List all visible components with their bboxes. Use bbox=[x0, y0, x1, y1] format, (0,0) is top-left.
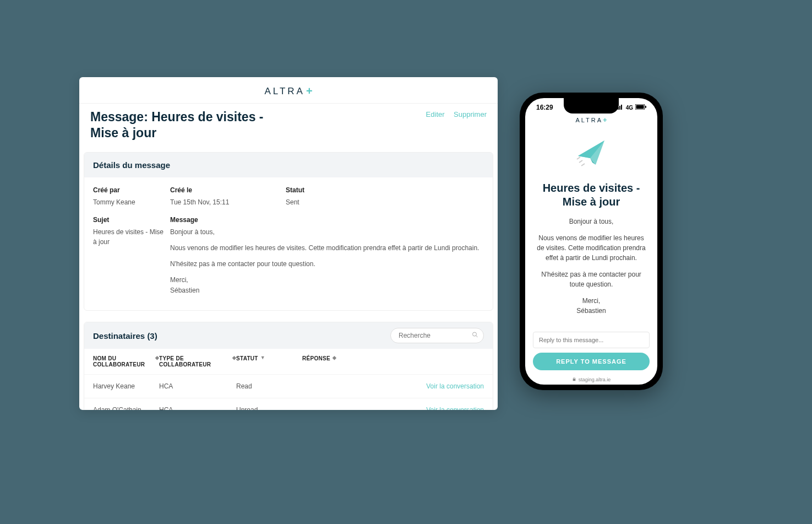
col-status[interactable]: STATUT▼ bbox=[236, 355, 302, 368]
phone-message-title: Heures de visites - Mise à jour bbox=[534, 181, 648, 209]
subject-value: Heures de visites - Mise à jour bbox=[93, 227, 165, 247]
col-name[interactable]: NOM DU COLLABORATEUR◆ bbox=[93, 355, 159, 368]
phone-notch bbox=[564, 98, 619, 114]
svg-rect-5 bbox=[621, 105, 622, 110]
page-actions: Editer Supprimer bbox=[419, 109, 487, 119]
created-on-value: Tue 15th Nov, 15:11 bbox=[170, 197, 280, 207]
svg-line-10 bbox=[579, 160, 582, 163]
message-body: Bonjour à tous, Nous venons de modifier … bbox=[170, 227, 484, 296]
plus-icon: + bbox=[603, 116, 607, 124]
cell-name: Adam O'Cathain bbox=[93, 406, 159, 410]
cell-status: Read bbox=[236, 382, 302, 390]
recipients-title: Destinataires (3) bbox=[93, 331, 157, 341]
network-label: 4G bbox=[626, 105, 633, 111]
search-icon bbox=[472, 332, 478, 340]
svg-line-9 bbox=[577, 157, 580, 159]
subject-row: Sujet Heures de visites - Mise à jour Me… bbox=[84, 216, 493, 311]
created-by-label: Créé par bbox=[93, 186, 165, 194]
svg-line-1 bbox=[476, 336, 478, 337]
phone-msg-line: Bonjour à tous, bbox=[534, 217, 648, 226]
msg-line: Sébastien bbox=[170, 285, 484, 296]
search-input[interactable] bbox=[390, 328, 484, 343]
msg-line: Bonjour à tous, bbox=[170, 227, 484, 237]
recipients-card: Destinataires (3) NOM DU COLLABORATEUR◆ … bbox=[84, 322, 493, 410]
phone-msg-line: Sébastien bbox=[534, 306, 648, 316]
message-label: Message bbox=[170, 216, 484, 224]
delete-link[interactable]: Supprimer bbox=[454, 110, 487, 118]
battery-icon bbox=[635, 104, 646, 111]
lock-icon bbox=[572, 377, 576, 382]
col-response[interactable]: RÉPONSE◆ bbox=[302, 355, 368, 368]
page-title: Message: Heures de visites - Mise à jour bbox=[90, 109, 288, 141]
cell-type: HCA bbox=[159, 382, 236, 390]
sort-icon: ◆ bbox=[333, 355, 336, 360]
created-on-label: Créé le bbox=[170, 186, 280, 194]
subject-label: Sujet bbox=[93, 216, 165, 224]
recipients-header: Destinataires (3) bbox=[84, 322, 493, 349]
view-conversation-link[interactable]: Voir la conversation bbox=[368, 406, 484, 410]
cell-name: Harvey Keane bbox=[93, 382, 159, 390]
svg-rect-8 bbox=[645, 106, 646, 108]
phone-url-text: staging.altra.ie bbox=[579, 377, 611, 382]
cell-type: HCA bbox=[159, 406, 236, 410]
details-grid: Créé par Tommy Keane Créé le Tue 15th No… bbox=[84, 177, 493, 216]
reply-input[interactable] bbox=[533, 332, 650, 348]
paper-plane-icon bbox=[574, 136, 609, 174]
svg-rect-7 bbox=[636, 105, 644, 109]
search-box bbox=[390, 328, 484, 343]
col-type[interactable]: TYPE DE COLLABORATEUR◆ bbox=[159, 355, 236, 368]
svg-point-0 bbox=[473, 332, 477, 336]
svg-line-11 bbox=[581, 164, 585, 166]
sort-icon: ▼ bbox=[260, 355, 265, 360]
msg-line: N'hésitez pas à me contacter pour toute … bbox=[170, 259, 484, 269]
details-card: Détails du message Créé par Tommy Keane … bbox=[84, 152, 493, 311]
phone-msg-line: Nous venons de modifier les heures de vi… bbox=[534, 233, 648, 263]
table-row: Harvey Keane HCA Read Voir la conversati… bbox=[84, 374, 493, 398]
status-label: Statut bbox=[286, 186, 484, 194]
created-by-value: Tommy Keane bbox=[93, 197, 165, 207]
reply-button[interactable]: REPLY TO MESSAGE bbox=[533, 353, 650, 370]
sort-icon: ◆ bbox=[155, 355, 159, 360]
details-title: Détails du message bbox=[84, 153, 493, 177]
page-header: Message: Heures de visites - Mise à jour… bbox=[79, 104, 498, 152]
phone-msg-line: Merci, bbox=[534, 296, 648, 306]
phone-brand-logo: ALTRA+ bbox=[525, 114, 657, 126]
cell-status: Unread bbox=[236, 406, 302, 410]
phone-reply-area: REPLY TO MESSAGE bbox=[525, 332, 657, 372]
phone-screen: 16:29 4G ALTRA+ bbox=[525, 98, 657, 385]
brand-text: ALTRA bbox=[264, 86, 305, 97]
phone-url-bar: staging.altra.ie bbox=[525, 372, 657, 385]
phone-msg-line: N'hésitez pas à me contacter pour toute … bbox=[534, 269, 648, 289]
edit-link[interactable]: Editer bbox=[426, 110, 445, 118]
msg-line: Merci, bbox=[170, 275, 484, 285]
recipients-table: NOM DU COLLABORATEUR◆ TYPE DE COLLABORAT… bbox=[84, 349, 493, 410]
phone-time: 16:29 bbox=[536, 104, 553, 111]
msg-line: Nous venons de modifier les heures de vi… bbox=[170, 243, 484, 253]
desktop-window: ALTRA+ Message: Heures de visites - Mise… bbox=[79, 77, 498, 410]
phone-mockup: 16:29 4G ALTRA+ bbox=[520, 93, 663, 390]
view-conversation-link[interactable]: Voir la conversation bbox=[368, 382, 484, 390]
app-header: ALTRA+ bbox=[79, 77, 498, 104]
phone-status-right: 4G bbox=[616, 104, 646, 111]
phone-content: Heures de visites - Mise à jour Bonjour … bbox=[525, 126, 657, 332]
table-header: NOM DU COLLABORATEUR◆ TYPE DE COLLABORAT… bbox=[84, 349, 493, 374]
plus-icon: + bbox=[306, 85, 313, 98]
svg-rect-4 bbox=[619, 106, 620, 110]
table-row: Adam O'Cathain HCA Unread Voir la conver… bbox=[84, 398, 493, 410]
brand-logo: ALTRA+ bbox=[264, 85, 312, 98]
phone-message-body: Bonjour à tous, Nous venons de modifier … bbox=[534, 217, 648, 322]
status-value: Sent bbox=[286, 197, 484, 207]
sort-icon: ◆ bbox=[232, 355, 236, 360]
